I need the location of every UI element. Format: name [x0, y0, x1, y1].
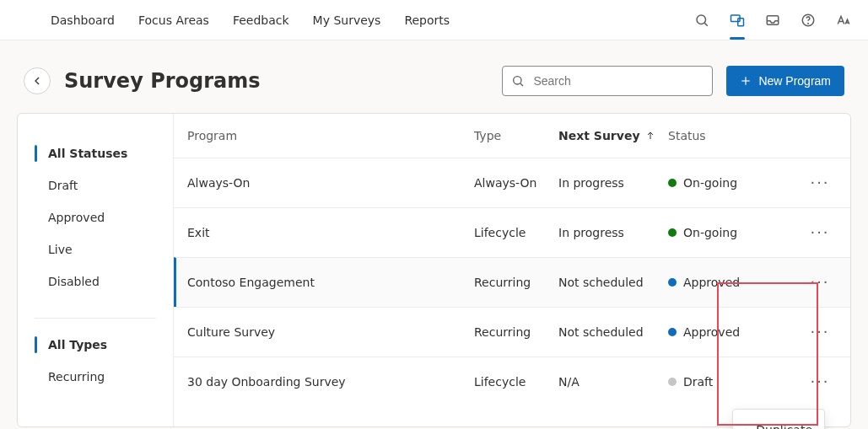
svg-line-1 — [704, 23, 707, 25]
table-header: Program Type Next Survey Status — [174, 114, 850, 158]
svg-line-8 — [520, 83, 523, 86]
ellipsis-icon: ··· — [810, 225, 829, 240]
cell-program: 30 day Onboarding Survey — [187, 375, 474, 389]
nav-dashboard[interactable]: Dashboard — [51, 13, 115, 27]
font-size-icon[interactable] — [836, 13, 851, 28]
cell-type: Lifecycle — [474, 226, 558, 239]
cell-program: Contoso Engagement — [187, 276, 474, 289]
cell-status: Draft — [668, 375, 803, 389]
search-icon[interactable] — [694, 13, 709, 28]
back-button[interactable] — [24, 67, 51, 94]
nav-focus-areas[interactable]: Focus Areas — [138, 13, 209, 27]
cell-status: Approved — [668, 276, 803, 289]
cell-type: Lifecycle — [474, 375, 558, 389]
cell-program: Culture Survey — [187, 325, 474, 339]
content-card: All Statuses Draft Approved Live Disable… — [17, 113, 851, 427]
cell-status: On-going — [668, 226, 803, 239]
filter-sidebar: All Statuses Draft Approved Live Disable… — [18, 114, 174, 426]
search-input-icon — [511, 74, 525, 88]
col-next-survey-label: Next Survey — [558, 129, 640, 142]
svg-point-0 — [697, 15, 706, 24]
status-text: Approved — [683, 325, 740, 339]
table-row[interactable]: Contoso Engagement Recurring Not schedul… — [174, 257, 850, 307]
sidebar-item-disabled[interactable]: Disabled — [18, 265, 173, 298]
nav-my-surveys[interactable]: My Surveys — [313, 13, 381, 27]
cell-status: On-going — [668, 176, 803, 190]
search-input[interactable] — [531, 73, 704, 88]
sidebar-item-draft[interactable]: Draft — [18, 169, 173, 201]
status-text: Approved — [683, 276, 740, 289]
page-header: Survey Programs New Program — [0, 40, 868, 113]
ellipsis-icon: ··· — [810, 324, 829, 340]
status-dot-icon — [668, 378, 677, 386]
row-more-button[interactable]: ··· — [803, 324, 837, 340]
new-program-label: New Program — [758, 74, 831, 88]
table-row[interactable]: Exit Lifecycle In progress On-going ··· — [174, 207, 850, 257]
table-row[interactable]: 30 day Onboarding Survey Lifecycle N/A D… — [174, 357, 850, 406]
row-more-button[interactable]: ··· — [803, 225, 837, 240]
menu-duplicate-label: Duplicate — [756, 423, 812, 429]
cell-type: Recurring — [474, 276, 558, 289]
status-text: Draft — [683, 375, 713, 389]
svg-point-6 — [808, 23, 809, 24]
row-context-menu: Duplicate Delete Disable — [732, 409, 825, 429]
sort-asc-icon — [645, 131, 655, 141]
menu-duplicate[interactable]: Duplicate — [733, 415, 824, 429]
sidebar-item-recurring[interactable]: Recurring — [18, 361, 173, 393]
sidebar-item-approved[interactable]: Approved — [18, 201, 173, 233]
sidebar-item-all-statuses[interactable]: All Statuses — [18, 137, 173, 169]
cell-type: Always-On — [474, 176, 558, 190]
new-program-button[interactable]: New Program — [726, 66, 844, 96]
ellipsis-icon: ··· — [810, 374, 829, 389]
sidebar-item-live[interactable]: Live — [18, 233, 173, 265]
page-title: Survey Programs — [64, 69, 261, 93]
cell-next: N/A — [558, 375, 668, 389]
cell-type: Recurring — [474, 325, 558, 339]
cell-next: In progress — [558, 226, 668, 239]
col-type[interactable]: Type — [474, 129, 558, 142]
col-status[interactable]: Status — [668, 129, 803, 142]
search-box[interactable] — [502, 66, 713, 96]
col-next-survey[interactable]: Next Survey — [558, 129, 668, 142]
cell-next: Not scheduled — [558, 276, 668, 289]
svg-point-7 — [514, 77, 521, 84]
ellipsis-icon: ··· — [810, 275, 829, 290]
table-row[interactable]: Always-On Always-On In progress On-going… — [174, 158, 850, 207]
cell-program: Exit — [187, 226, 474, 239]
status-dot-icon — [668, 228, 677, 237]
table-row[interactable]: Culture Survey Recurring Not scheduled A… — [174, 307, 850, 357]
nav-feedback[interactable]: Feedback — [233, 13, 289, 27]
programs-table: Program Type Next Survey Status Always-O… — [174, 114, 850, 426]
status-dot-icon — [668, 328, 677, 336]
sidebar-separator — [35, 318, 156, 319]
row-more-button[interactable]: ··· — [803, 374, 837, 389]
status-text: On-going — [683, 176, 737, 190]
row-more-button[interactable]: ··· — [803, 175, 837, 190]
devices-icon[interactable] — [730, 13, 745, 28]
cell-program: Always-On — [187, 176, 474, 190]
row-more-button[interactable]: ··· — [803, 275, 837, 290]
ellipsis-icon: ··· — [810, 175, 829, 190]
col-program[interactable]: Program — [187, 129, 474, 142]
top-nav: Dashboard Focus Areas Feedback My Survey… — [51, 13, 450, 27]
status-text: On-going — [683, 226, 737, 239]
sidebar-item-all-types[interactable]: All Types — [18, 329, 173, 361]
nav-reports[interactable]: Reports — [404, 13, 450, 27]
status-dot-icon — [668, 179, 677, 187]
status-dot-icon — [668, 278, 677, 287]
cell-status: Approved — [668, 325, 803, 339]
top-bar: Dashboard Focus Areas Feedback My Survey… — [0, 0, 868, 40]
top-icons — [694, 13, 851, 28]
help-icon[interactable] — [801, 13, 816, 28]
cell-next: In progress — [558, 176, 668, 190]
cell-next: Not scheduled — [558, 325, 668, 339]
inbox-icon[interactable] — [765, 13, 780, 28]
